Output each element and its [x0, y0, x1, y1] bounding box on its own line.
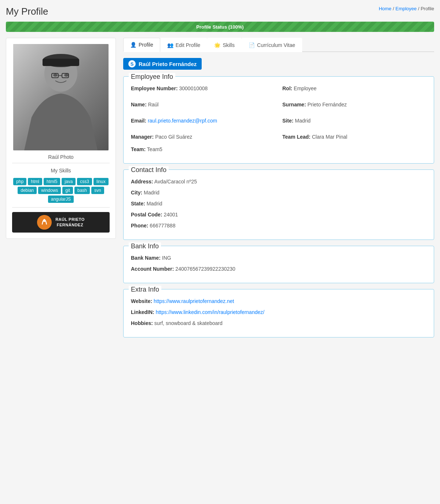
rol-label: Rol:	[282, 85, 292, 91]
extra-info-grid: Website: https://www.raulprietofernandez…	[131, 298, 426, 326]
breadcrumb-employee[interactable]: Employee	[395, 6, 417, 11]
breadcrumb-home[interactable]: Home	[379, 6, 392, 11]
skills-bottom-divider	[12, 207, 110, 208]
skype-name: Raúl Prieto Fernández	[139, 61, 197, 67]
team-lead-value: Clara Mar Pinal	[312, 134, 347, 140]
extra-info-title: Extra Info	[129, 286, 161, 293]
email-row: Email: raul.prieto.fernandez@rpf.com	[131, 118, 275, 124]
tab-profile-label: Profile	[139, 42, 153, 48]
skill-tag: html	[28, 178, 42, 185]
team-label: Team:	[131, 146, 146, 152]
skill-tags-container: phphtmlhtml5javacss3linuxdebianwindowsgi…	[12, 178, 110, 203]
surname-value: Prieto Fernández	[307, 102, 346, 107]
hobbies-row: Hobbies: surf, snowboard & skateboard	[131, 320, 426, 326]
bank-info-title: Bank Info	[129, 242, 161, 250]
svg-point-5	[64, 74, 69, 77]
employee-info-title: Employee Info	[129, 73, 175, 81]
employee-number-value: 3000010008	[179, 85, 208, 91]
city-label: City:	[131, 190, 142, 196]
tab-edit-profile[interactable]: 👥 Edit Profile	[160, 38, 208, 52]
skills-icon: 🌟	[214, 42, 220, 48]
state-label: State:	[131, 201, 145, 207]
svg-point-10	[43, 220, 45, 222]
logo-text: RAÚL PRIETO FERNÁNDEZ	[55, 217, 85, 228]
postal-code-row: Postal Code: 24001	[131, 212, 426, 218]
team-lead-row: Team Lead: Clara Mar Pinal	[282, 134, 426, 140]
tab-cv[interactable]: 📄 Currículum Vitae	[242, 38, 302, 52]
main-layout: Raúl Photo My Skills phphtmlhtml5javacss…	[6, 38, 434, 343]
site-label: Site:	[282, 118, 293, 124]
cv-icon: 📄	[249, 42, 255, 48]
skill-tag: html5	[44, 178, 60, 185]
sidebar-logo: RAÚL PRIETO FERNÁNDEZ	[12, 212, 110, 233]
skills-divider	[12, 163, 110, 163]
hobbies-value: surf, snowboard & skateboard	[154, 320, 223, 326]
tab-edit-profile-label: Edit Profile	[176, 42, 201, 48]
manager-value: Paco Gil Suárez	[155, 134, 192, 140]
content-area: 👤 Profile 👥 Edit Profile 🌟 Skills 📄 Curr…	[123, 38, 434, 343]
team-value: Team5	[147, 146, 162, 152]
surname-row: Surname: Prieto Fernández	[282, 102, 426, 107]
email-value[interactable]: raul.prieto.fernandez@rpf.com	[148, 118, 217, 124]
employee-number-row: Employee Number: 3000010008	[131, 85, 275, 91]
manager-row: Manager: Paco Gil Suárez	[131, 134, 275, 140]
linkedin-value[interactable]: https://www.linkedin.com/in/raulprietofe…	[156, 309, 264, 315]
address-row: Address: Avda/Caracol nº25	[131, 179, 426, 185]
bank-info-grid: Bank Name: ING Account Number: 240076567…	[131, 255, 426, 272]
tabs: 👤 Profile 👥 Edit Profile 🌟 Skills 📄 Curr…	[123, 38, 434, 52]
edit-profile-icon: 👥	[167, 42, 173, 48]
tab-skills[interactable]: 🌟 Skills	[207, 38, 242, 52]
bank-name-label: Bank Name:	[131, 255, 161, 261]
state-row: State: Madrid	[131, 201, 426, 207]
employee-number-label: Employee Number:	[131, 85, 178, 91]
name-label: Name:	[131, 102, 147, 107]
bank-info-section: Bank Info Bank Name: ING Account Number:…	[123, 246, 434, 283]
phone-row: Phone: 666777888	[131, 223, 426, 229]
skill-tag: windows	[38, 187, 61, 194]
rol-row: Rol: Employee	[282, 85, 426, 91]
website-value[interactable]: https://www.raulprietofernandez.net	[154, 298, 234, 304]
address-value: Avda/Caracol nº25	[154, 179, 197, 185]
breadcrumb-current: Profile	[421, 6, 434, 11]
page-wrapper: My Profile Home / Employee / Profile Pro…	[0, 0, 440, 349]
employee-info-section: Employee Info Employee Number: 300001000…	[123, 76, 434, 164]
tab-cv-label: Currículum Vitae	[257, 42, 295, 48]
skill-tag: svn	[91, 187, 104, 194]
sidebar: Raúl Photo My Skills phphtmlhtml5javacss…	[6, 38, 116, 239]
progress-bar: Profile Status (100%)	[6, 22, 434, 32]
skill-tag: git	[62, 187, 73, 194]
tab-skills-label: Skills	[223, 42, 235, 48]
city-row: City: Madrid	[131, 190, 426, 196]
skill-tag: java	[62, 178, 76, 185]
bank-name-value: ING	[162, 255, 171, 261]
team-lead-label: Team Lead:	[282, 134, 311, 140]
address-label: Address:	[131, 179, 153, 185]
contact-info-section: Contact Info Address: Avda/Caracol nº25 …	[123, 169, 434, 240]
contact-info-grid: Address: Avda/Caracol nº25 City: Madrid …	[131, 179, 426, 229]
surname-label: Surname:	[282, 102, 306, 107]
phone-value: 666777888	[150, 223, 175, 229]
postal-code-value: 24001	[164, 212, 178, 218]
employee-info-grid: Employee Number: 3000010008 Rol: Employe…	[131, 85, 426, 145]
account-number-value: 240076567239922230230	[175, 266, 235, 272]
account-number-label: Account Number:	[131, 266, 174, 272]
profile-photo	[13, 44, 109, 150]
tab-profile[interactable]: 👤 Profile	[123, 38, 160, 52]
manager-label: Manager:	[131, 134, 154, 140]
skype-icon: S	[128, 60, 136, 67]
page-header: My Profile Home / Employee / Profile	[6, 6, 434, 17]
name-row: Name: Raúl	[131, 102, 275, 107]
postal-code-label: Postal Code:	[131, 212, 162, 218]
hobbies-label: Hobbies:	[131, 320, 153, 326]
linkedin-label: LinkedIN:	[131, 309, 154, 315]
skills-label: My Skills	[12, 168, 110, 174]
bank-name-row: Bank Name: ING	[131, 255, 426, 261]
team-row: Team: Team5	[131, 146, 426, 152]
account-number-row: Account Number: 240076567239922230230	[131, 266, 426, 272]
skill-tag: angularJS	[48, 196, 74, 203]
site-row: Site: Madrid	[282, 118, 426, 124]
logo-icon	[37, 215, 52, 230]
city-value: Madrid	[144, 190, 160, 196]
svg-point-9	[39, 217, 50, 227]
site-value: Madrid	[295, 118, 311, 124]
